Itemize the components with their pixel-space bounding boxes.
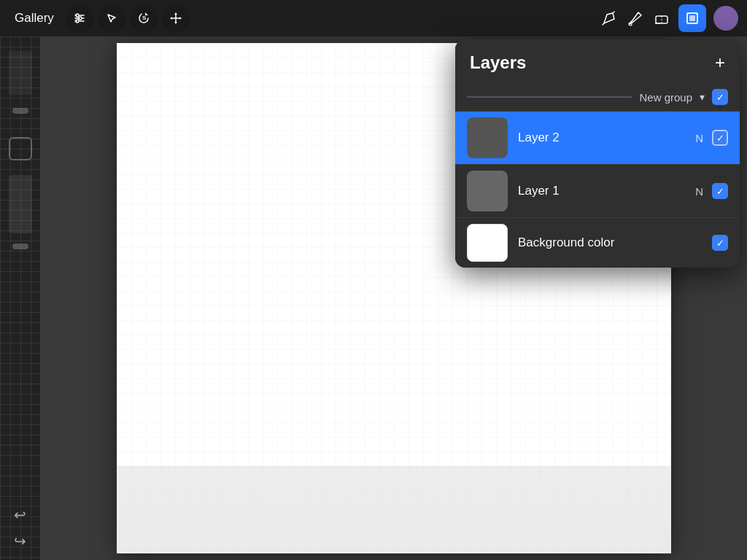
new-group-row[interactable]: New group ▾ bbox=[455, 83, 740, 112]
transform-tool-button[interactable]: S bbox=[130, 4, 158, 32]
chevron-down-icon: ▾ bbox=[700, 91, 705, 103]
svg-point-2 bbox=[76, 20, 79, 23]
background-color-row[interactable]: Background color bbox=[455, 218, 740, 268]
new-group-checkbox[interactable] bbox=[712, 89, 728, 105]
user-avatar-button[interactable] bbox=[713, 6, 738, 31]
layer-1-thumbnail bbox=[467, 171, 508, 211]
background-color-label: Background color bbox=[518, 236, 712, 250]
svg-rect-8 bbox=[689, 15, 695, 21]
undo-button[interactable]: ↩ bbox=[14, 506, 26, 524]
sidebar-grid bbox=[0, 36, 40, 560]
background-color-thumbnail bbox=[467, 224, 508, 262]
layers-panel: Layers + New group ▾ Layer 2 N Layer 1 N… bbox=[455, 39, 740, 268]
layers-panel-header: Layers + bbox=[455, 39, 740, 83]
new-group-line bbox=[467, 96, 632, 98]
layers-add-button[interactable]: + bbox=[715, 54, 725, 71]
eraser-tool-button[interactable] bbox=[652, 9, 671, 28]
layers-button[interactable] bbox=[678, 4, 706, 32]
right-tools bbox=[600, 4, 738, 32]
svg-point-0 bbox=[76, 14, 79, 17]
opacity-slider[interactable] bbox=[12, 108, 28, 114]
selection-tool-button[interactable] bbox=[98, 4, 125, 32]
layer-1-checkbox[interactable] bbox=[712, 183, 728, 199]
color-swatch-top[interactable] bbox=[9, 51, 32, 95]
top-toolbar: Gallery S bbox=[0, 0, 747, 36]
svg-point-1 bbox=[79, 17, 82, 20]
shape-tool-button[interactable] bbox=[9, 137, 32, 160]
background-color-checkbox[interactable] bbox=[712, 235, 728, 251]
gallery-button[interactable]: Gallery bbox=[9, 7, 60, 30]
layer-1-row[interactable]: Layer 1 N bbox=[455, 165, 740, 217]
layer-2-name: Layer 2 bbox=[518, 131, 695, 145]
layer-2-thumbnail bbox=[467, 117, 508, 158]
color-swatch-secondary[interactable] bbox=[9, 175, 32, 233]
move-tool-button[interactable] bbox=[162, 4, 190, 32]
layers-panel-title: Layers bbox=[470, 52, 526, 73]
layer-1-name: Layer 1 bbox=[518, 184, 695, 198]
pen-tool-button[interactable] bbox=[600, 9, 619, 28]
new-group-label: New group bbox=[639, 91, 692, 104]
layer-1-blend-mode[interactable]: N bbox=[695, 185, 703, 198]
adjustments-tool-button[interactable] bbox=[66, 4, 93, 32]
layer-2-row[interactable]: Layer 2 N bbox=[455, 112, 740, 164]
svg-text:S: S bbox=[142, 15, 147, 21]
layer-2-blend-mode[interactable]: N bbox=[695, 132, 703, 144]
left-sidebar: ↩ ↪ bbox=[0, 36, 40, 560]
redo-button[interactable]: ↪ bbox=[14, 532, 26, 550]
layer-2-checkbox[interactable] bbox=[712, 130, 728, 146]
brush-tool-button[interactable] bbox=[626, 9, 645, 28]
size-slider[interactable] bbox=[12, 244, 28, 249]
